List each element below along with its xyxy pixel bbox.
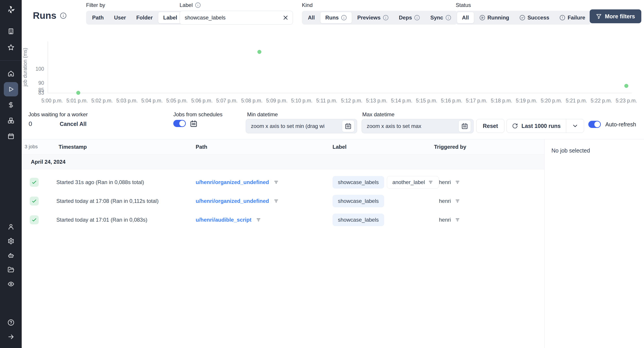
chart-point[interactable] — [76, 91, 80, 95]
status-success-label: Success — [528, 14, 549, 21]
date-group-header: April 24, 2024 — [22, 154, 544, 169]
filter-by-path-button[interactable]: Path — [87, 12, 109, 24]
kind-all-button[interactable]: All — [303, 12, 320, 24]
more-filters-label: More filters — [605, 13, 635, 20]
status-running-label: Running — [488, 14, 509, 21]
sidebar-item-favorites[interactable] — [4, 40, 18, 54]
chart-point[interactable] — [258, 50, 262, 54]
sidebar-item-resources[interactable] — [4, 114, 18, 128]
x-axis-line — [48, 93, 632, 93]
filter-lines-icon[interactable] — [455, 198, 460, 204]
kind-deps-button[interactable]: Deps — [394, 12, 425, 24]
run-path-link[interactable]: u/henri/organized_undefined — [196, 179, 269, 186]
label-badge: showcase_labels — [332, 176, 384, 188]
kind-deps-label: Deps — [399, 14, 412, 21]
eye-icon — [8, 281, 14, 288]
sidebar-item-home[interactable] — [4, 66, 18, 81]
filter-lines-icon[interactable] — [274, 198, 279, 204]
windmill-logo-icon[interactable] — [6, 4, 16, 15]
chart-point[interactable] — [624, 84, 628, 88]
kind-runs-button[interactable]: Runs — [320, 12, 352, 24]
filter-lines-icon[interactable] — [428, 180, 433, 185]
sidebar-item-help[interactable] — [4, 315, 18, 330]
sidebar-item-runs[interactable] — [4, 82, 18, 96]
sidebar-item-workers[interactable] — [4, 248, 18, 262]
last-runs-split-button: Last 1000 runs — [506, 119, 584, 133]
filter-lines-icon[interactable] — [274, 180, 279, 185]
sidebar-item-variables[interactable] — [4, 98, 18, 112]
triggered-by-user: henri — [439, 217, 451, 223]
table-row[interactable]: Started today at 17:08 (Ran in 0,112s to… — [22, 192, 544, 211]
check-circle-icon — [520, 15, 525, 20]
min-datetime-label: Min datetime — [247, 112, 278, 118]
table-row[interactable]: Started today at 17:01 (Ran in 0,083s) u… — [22, 211, 544, 230]
arrow-right-icon — [8, 334, 14, 340]
schedules-calendar-button[interactable] — [190, 120, 198, 128]
funnel-icon — [596, 14, 602, 19]
sidebar-item-workspace[interactable] — [4, 24, 18, 38]
status-badge — [30, 196, 39, 206]
min-datetime-calendar-button[interactable] — [342, 120, 354, 132]
refresh-runs-button[interactable]: Last 1000 runs — [507, 119, 566, 132]
sidebar-item-schedules[interactable] — [4, 129, 18, 143]
kind-segmented: All Runs Previews Deps Sync — [302, 11, 457, 24]
status-success-button[interactable]: Success — [514, 12, 554, 24]
success-check-icon — [31, 179, 37, 185]
x-tick-label: 5:19 p.m. — [516, 98, 537, 104]
status-all-button[interactable]: All — [457, 12, 474, 24]
kind-previews-button[interactable]: Previews — [352, 12, 394, 24]
filter-by-folder-button[interactable]: Folder — [131, 12, 158, 24]
jobs-from-schedules-label: Jobs from schedules — [173, 112, 222, 118]
label-badge[interactable]: another_label — [387, 176, 439, 188]
status-failure-button[interactable]: Failure — [554, 12, 590, 24]
sidebar-collapse-button[interactable] — [4, 330, 18, 344]
page-title-text: Runs — [33, 10, 56, 21]
table-row[interactable]: Started 31s ago (Ran in 0,088s total) u/… — [22, 173, 544, 192]
more-filters-button[interactable]: More filters — [590, 10, 641, 23]
help-icon — [8, 319, 14, 326]
y-tick-label: 100 — [25, 66, 44, 72]
last-runs-dropdown-button[interactable] — [566, 119, 584, 132]
x-tick-label: 5:01 p.m. — [66, 98, 88, 104]
filter-by-user-button[interactable]: User — [109, 12, 131, 24]
x-tick-label: 5:22 p.m. — [590, 98, 612, 104]
label-badge: showcase_labels — [332, 195, 384, 207]
status-label: Status — [456, 2, 591, 8]
filter-by-group: Filter by Path User Folder Label — [86, 2, 183, 24]
run-timestamp: Started today at 17:08 (Ran in 0,112s to… — [56, 198, 158, 204]
filter-lines-icon[interactable] — [455, 180, 460, 185]
max-datetime-input[interactable] — [362, 119, 474, 133]
column-path: Path — [196, 144, 207, 150]
label-filter-input[interactable] — [180, 11, 293, 24]
x-tick-label: 5:05 p.m. — [166, 98, 188, 104]
info-icon — [60, 12, 67, 19]
min-datetime-input[interactable] — [246, 119, 357, 133]
info-icon — [414, 15, 420, 20]
filter-lines-icon[interactable] — [256, 217, 261, 222]
status-badge — [30, 216, 39, 224]
reset-button[interactable]: Reset — [476, 119, 504, 133]
kind-sync-button[interactable]: Sync — [425, 12, 456, 24]
label-filter-group: Label — [180, 2, 293, 24]
sidebar-item-folders[interactable] — [4, 262, 18, 277]
clear-label-button[interactable] — [282, 14, 289, 21]
filter-by-label-button[interactable]: Label — [158, 12, 182, 24]
runs-duration-chart[interactable]: job duration (ms) 100908583 5:00 p.m.5:0… — [22, 30, 644, 105]
cancel-all-button[interactable]: Cancel All — [60, 121, 86, 127]
run-path-link[interactable]: u/henri/audible_script — [196, 217, 251, 223]
filter-lines-icon[interactable] — [455, 217, 460, 222]
max-datetime-calendar-button[interactable] — [458, 120, 471, 132]
star-icon — [8, 44, 14, 51]
auto-refresh-label: Auto-refresh — [605, 121, 636, 128]
last-runs-label: Last 1000 runs — [522, 123, 560, 129]
status-running-button[interactable]: Running — [474, 12, 514, 24]
sidebar-item-settings[interactable] — [4, 234, 18, 248]
run-path-link[interactable]: u/henri/organized_undefined — [196, 198, 269, 204]
page-title: Runs — [33, 10, 67, 21]
sidebar-item-users[interactable] — [4, 220, 18, 234]
label-filter-label-text: Label — [180, 2, 193, 8]
schedules-toggle[interactable] — [173, 120, 186, 127]
auto-refresh-toggle[interactable] — [588, 121, 601, 128]
sidebar-item-audit-logs[interactable] — [4, 277, 18, 291]
gear-icon — [8, 238, 14, 244]
